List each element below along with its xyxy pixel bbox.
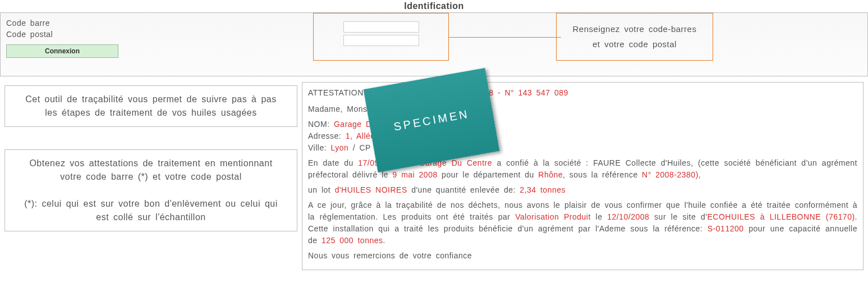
connexion-button[interactable]: Connexion: [6, 44, 118, 58]
connector-line: [449, 37, 561, 38]
doc-cp-sep: / CP: [353, 143, 371, 152]
page-title: Identification: [0, 0, 868, 12]
doc-p1f: Rhône: [538, 170, 563, 179]
doc-salutation: Madame, Monsieur: [308, 103, 857, 115]
description-box-1: Cet outil de traçabilité vous permet de …: [4, 85, 297, 127]
code-postal-input[interactable]: [343, 35, 419, 46]
doc-identity-block: NOM: Garage Du Centre Adresse: 1, Allée …: [308, 119, 857, 154]
doc-para2: un lot d'HUILES NOIRES d'une quantité en…: [308, 184, 857, 196]
callout-line2: et votre code postal: [557, 37, 713, 52]
doc-p2c: d'une quantité enlevée de:: [407, 185, 520, 194]
attestation-document: SPECIMEN ATTESTATION de TRAITEMENT- le 1…: [302, 82, 864, 270]
doc-ville-value: Lyon: [330, 143, 348, 152]
doc-title: ATTESTATION de TRAITEMENT- le 17/11/2008…: [308, 87, 857, 99]
doc-para3: A ce jour, grâce à la traçabilité de nos…: [308, 199, 857, 247]
doc-p3c: le: [591, 212, 607, 221]
code-postal-label: Code postal: [6, 29, 174, 40]
doc-p3k: .: [383, 236, 385, 245]
doc-p1g: , sous la référence: [563, 170, 642, 179]
doc-p1a: En date du: [308, 158, 358, 167]
doc-p1d: 9 mai 2008: [392, 170, 437, 179]
doc-cp-value: 69002: [375, 143, 398, 152]
description-box-2: Obtenez vos attestations de traitement e…: [4, 149, 297, 231]
doc-para1: En date du 17/09/2008, le Garage Du Cent…: [308, 157, 857, 181]
doc-p1e: pour le département du: [438, 170, 539, 179]
doc-nom-value: Garage Du Centre: [334, 120, 406, 129]
doc-p2b: d'HUILES NOIRES: [335, 185, 407, 194]
identification-panel: Code barre Code postal Connexion Renseig…: [0, 12, 868, 76]
code-barre-label: Code barre: [6, 17, 174, 29]
doc-p2a: un lot: [308, 185, 335, 194]
code-barre-input[interactable]: [343, 21, 419, 33]
doc-p3e: sur le site d': [649, 212, 707, 221]
doc-ville-label: Ville:: [308, 143, 327, 152]
callout-line1: Renseignez votre code-barres: [557, 21, 713, 37]
doc-adresse-value: 1, Allée Leclerc: [346, 131, 407, 140]
desc2-p1: Obtenez vos attestations de traitement e…: [22, 157, 280, 184]
inputs-box: [313, 13, 449, 61]
doc-p3j: 125 000 tonnes: [322, 236, 383, 245]
doc-nom-label: NOM:: [308, 120, 330, 129]
doc-p3h: S-011200: [708, 224, 744, 233]
doc-title-prefix: ATTESTATION de TRAITEMENT-: [308, 88, 440, 97]
doc-p2d: 2,34 tonnes: [520, 185, 566, 194]
doc-p1h: N° 2008-2380),: [642, 170, 701, 179]
instruction-callout: Renseignez votre code-barres et votre co…: [556, 13, 713, 61]
doc-adresse-label: Adresse:: [308, 131, 341, 140]
desc2-p2: (*): celui qui est sur votre bon d'enlèv…: [22, 197, 280, 224]
doc-p3b: Valorisation Produit: [515, 212, 591, 221]
doc-p1b: 17/09/2008, le Garage Du Centre: [358, 158, 492, 167]
doc-p3d: 12/10/2008: [607, 212, 649, 221]
doc-p3f: ECOHUILES à LILLEBONNE (76170): [707, 212, 855, 221]
doc-title-date: le 17/11/2008 - N° 143 547 089: [440, 88, 568, 97]
doc-closing: Nous vous remercions de votre confiance: [308, 250, 857, 262]
